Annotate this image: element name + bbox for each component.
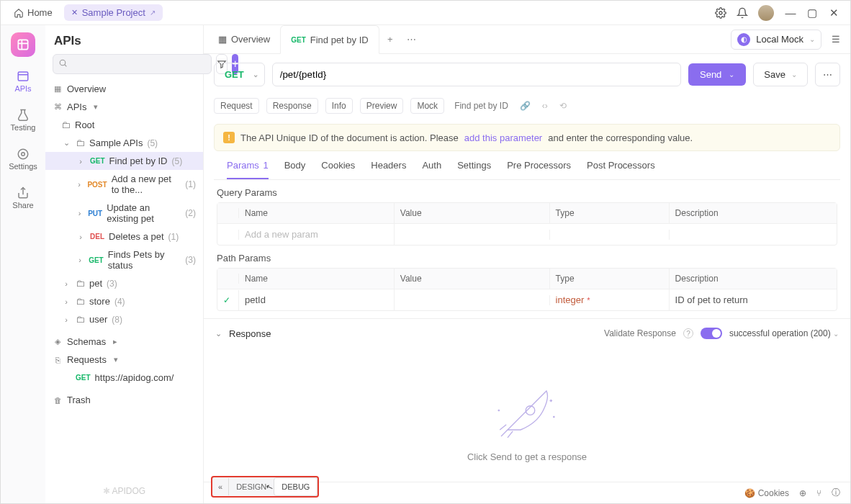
- search-input[interactable]: [53, 54, 212, 74]
- bell-icon[interactable]: [737, 7, 758, 19]
- code-icon[interactable]: ‹›: [542, 101, 548, 111]
- chevron-right-icon[interactable]: ›: [76, 157, 86, 166]
- chevron-down-icon[interactable]: ⌄: [61, 138, 71, 148]
- check-icon[interactable]: ✓: [217, 290, 239, 310]
- chevron-right-icon[interactable]: ›: [76, 180, 83, 189]
- panel-menu-button[interactable]: ☰: [826, 34, 846, 45]
- tab-add-button[interactable]: +: [379, 34, 401, 45]
- window-close-icon[interactable]: ✕: [823, 6, 845, 19]
- response-status-select[interactable]: successful operation (200) ⌄: [729, 328, 839, 338]
- path-row-0[interactable]: ✓ petId integer* ID of pet to return: [217, 289, 837, 310]
- tab-current-label: Find pet by ID: [310, 35, 369, 45]
- banner-pre: The API Unique ID of the document is act…: [240, 132, 459, 143]
- sidebar-apis[interactable]: ⌘ APIs ▾: [45, 98, 203, 116]
- subtab-info[interactable]: Info: [325, 98, 353, 114]
- paramtab-body[interactable]: Body: [284, 160, 306, 179]
- paramtab-settings[interactable]: Settings: [457, 160, 491, 179]
- col-desc: Description: [670, 269, 837, 289]
- gear-icon[interactable]: [715, 7, 737, 19]
- nav-share[interactable]: Share: [6, 184, 40, 212]
- sidebar-trash[interactable]: 🗑 Trash: [45, 391, 203, 409]
- api-item-2[interactable]: › PUT Update an existing pet (2): [45, 199, 203, 228]
- nav-settings-label: Settings: [9, 162, 37, 171]
- help-icon[interactable]: ?: [683, 328, 693, 338]
- chevron-right-icon[interactable]: ›: [76, 209, 84, 217]
- sidebar-schemas[interactable]: ◈ Schemas ▸: [45, 333, 203, 351]
- chevron-right-icon[interactable]: ›: [76, 233, 86, 241]
- statusbar-help-icon[interactable]: ⓘ: [832, 487, 840, 499]
- paramtab-params[interactable]: Params 1: [227, 160, 269, 179]
- method-value: GET: [225, 69, 244, 80]
- chevron-right-icon: ▸: [110, 337, 120, 346]
- sidebar-overview[interactable]: ▦ Overview: [45, 80, 203, 98]
- validate-toggle[interactable]: [701, 328, 722, 339]
- nav-apis[interactable]: APIs: [6, 67, 40, 96]
- home-tab[interactable]: Home: [6, 4, 60, 21]
- sidebar-requests[interactable]: ⎘ Requests ▾: [45, 351, 203, 369]
- close-icon[interactable]: ✕: [71, 8, 78, 17]
- query-params-table: Name Value Type Description Add a new pa…: [217, 202, 837, 246]
- folder-icon: 🗀: [61, 120, 71, 130]
- request-item-0[interactable]: GET https://apidog.com/: [45, 369, 203, 387]
- nav-testing[interactable]: Testing: [6, 106, 40, 135]
- path-type[interactable]: integer: [556, 294, 585, 305]
- col-value: Value: [395, 203, 550, 223]
- nav-share-label: Share: [12, 201, 33, 210]
- paramtab-post[interactable]: Post Processors: [587, 160, 655, 179]
- path-value[interactable]: [395, 295, 550, 305]
- chevron-right-icon[interactable]: ›: [61, 297, 71, 306]
- subtab-response[interactable]: Response: [266, 98, 318, 114]
- folder-sample-apis[interactable]: ⌄ 🗀 Sample APIs (5): [45, 134, 203, 152]
- statusbar-branch-icon[interactable]: ⑂: [816, 488, 821, 498]
- sidebar-schemas-label: Schemas: [67, 336, 106, 347]
- method-badge: GET: [89, 256, 104, 264]
- banner-link[interactable]: add this parameter: [464, 132, 542, 143]
- more-button[interactable]: ⋯: [815, 63, 840, 86]
- api-item-0[interactable]: › GET Find pet by ID (5): [45, 152, 203, 170]
- url-input[interactable]: [272, 63, 681, 86]
- window-minimize-icon[interactable]: —: [780, 6, 801, 19]
- project-tab[interactable]: ✕ Sample Project ↗: [64, 4, 163, 21]
- paramtab-headers[interactable]: Headers: [371, 160, 406, 179]
- paramtab-auth[interactable]: Auth: [422, 160, 441, 179]
- paramtab-cookies[interactable]: Cookies: [321, 160, 355, 179]
- collapse-icon[interactable]: ⌄: [215, 329, 222, 338]
- svg-point-0: [719, 12, 722, 14]
- subtab-mock[interactable]: Mock: [410, 98, 444, 114]
- folder-root[interactable]: 🗀 Root: [45, 116, 203, 134]
- folder-pet[interactable]: › 🗀 pet (3): [45, 274, 203, 292]
- method-select[interactable]: GET ⌄: [214, 63, 265, 86]
- nav-settings[interactable]: Settings: [6, 145, 40, 174]
- paramtab-pre[interactable]: Pre Processors: [507, 160, 571, 179]
- new-param-placeholder[interactable]: Add a new param: [239, 224, 395, 245]
- api-item-4[interactable]: › GET Finds Pets by status (3): [45, 246, 203, 274]
- folder-label: store: [89, 296, 110, 307]
- avatar[interactable]: [758, 5, 780, 21]
- refresh-icon[interactable]: ⟲: [559, 101, 567, 111]
- collapse-sidebar-button[interactable]: «: [212, 478, 229, 495]
- cookies-button[interactable]: 🍪 Cookies: [744, 488, 789, 498]
- tab-overview[interactable]: ▦ Overview: [208, 25, 280, 54]
- environment-selector[interactable]: ◐ Local Mock ⌄: [731, 30, 821, 50]
- tab-more-button[interactable]: ⋯: [401, 34, 423, 45]
- path-desc[interactable]: ID of pet to return: [670, 289, 837, 310]
- query-new-row[interactable]: Add a new param: [217, 223, 837, 245]
- testing-icon: [17, 109, 30, 122]
- save-button[interactable]: Save ⌄: [753, 63, 808, 86]
- chevron-right-icon[interactable]: ›: [61, 315, 71, 324]
- chevron-right-icon[interactable]: ›: [76, 256, 84, 264]
- subtab-preview[interactable]: Preview: [360, 98, 404, 114]
- tab-current[interactable]: GET Find pet by ID: [280, 25, 379, 54]
- folder-user[interactable]: › 🗀 user (8): [45, 310, 203, 328]
- path-name[interactable]: petId: [239, 289, 395, 310]
- mode-debug[interactable]: DEBUG: [274, 477, 318, 496]
- chevron-right-icon[interactable]: ›: [61, 279, 71, 288]
- subtab-request[interactable]: Request: [214, 98, 259, 114]
- link-icon[interactable]: 🔗: [520, 101, 531, 111]
- folder-store[interactable]: › 🗀 store (4): [45, 292, 203, 310]
- api-item-1[interactable]: › POST Add a new pet to the... (1): [45, 170, 203, 199]
- api-item-3[interactable]: › DEL Deletes a pet (1): [45, 228, 203, 246]
- send-button[interactable]: Send ⌄: [688, 63, 746, 86]
- window-maximize-icon[interactable]: ▢: [801, 6, 823, 19]
- statusbar-add-icon[interactable]: ⊕: [799, 488, 806, 498]
